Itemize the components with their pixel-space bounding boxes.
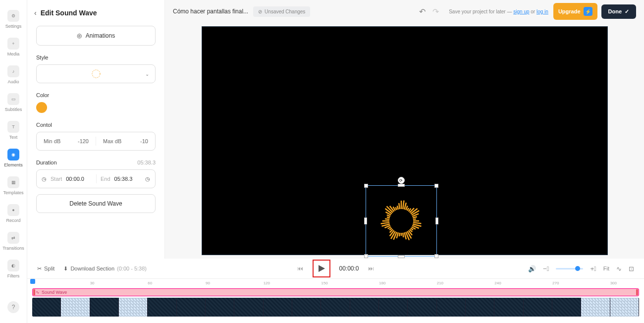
settings-icon[interactable]: ⊡ xyxy=(629,265,634,272)
nav-label: Templates xyxy=(3,190,23,195)
project-title[interactable]: Cómo hacer pantallas final... xyxy=(173,8,248,15)
nav-subtitles[interactable]: ▭Subtitles xyxy=(5,93,22,112)
svg-line-41 xyxy=(407,208,409,211)
track-grip-left[interactable] xyxy=(33,289,35,295)
resize-handle-tl[interactable] xyxy=(364,184,368,188)
edit-panel: ‹ Edit Sound Wave ◎ Animations Style ⌄ C… xyxy=(27,0,165,260)
undo-redo-group: ↶ ↷ xyxy=(419,7,439,16)
or-text: or xyxy=(530,9,537,14)
max-db-control[interactable]: Max dB -10 xyxy=(96,138,155,144)
nav-filters[interactable]: ◐Filters xyxy=(7,260,20,278)
end-value: 05:38.3 xyxy=(114,176,133,182)
save-prompt: Save your project for later — sign up or… xyxy=(449,9,548,14)
nav-record[interactable]: ●Record xyxy=(6,204,20,223)
resize-handle-mr[interactable] xyxy=(435,217,438,224)
video-track[interactable] xyxy=(32,298,639,317)
resize-handle-mb[interactable] xyxy=(398,255,405,258)
nav-sidebar: ⚙Settings +Media ♪Audio ▭Subtitles TText… xyxy=(0,0,27,323)
done-button[interactable]: Done ✓ xyxy=(601,4,637,19)
split-button[interactable]: ✂Split xyxy=(37,266,54,272)
divider xyxy=(96,174,97,183)
timeline: 306090120150180210240270300 ∿ Sound Wave xyxy=(27,278,644,323)
resize-handle-mt[interactable] xyxy=(398,184,405,187)
redo-icon[interactable]: ↷ xyxy=(432,7,439,16)
ruler-tick: 120 xyxy=(264,281,270,285)
nav-label: Audio xyxy=(7,79,19,84)
ruler-tick: 240 xyxy=(494,281,501,285)
nav-label: Settings xyxy=(5,24,22,29)
nav-templates[interactable]: ▦Templates xyxy=(3,176,23,195)
animations-label: Animations xyxy=(86,32,115,39)
waveform-icon[interactable]: ∿ xyxy=(616,265,622,272)
undo-icon[interactable]: ↶ xyxy=(419,7,426,16)
end-time-control[interactable]: End 05:38.3 xyxy=(101,176,142,182)
sound-wave-track[interactable]: ∿ Sound Wave xyxy=(32,288,639,296)
ruler-tick: 180 xyxy=(379,281,385,285)
animations-icon: ◎ xyxy=(77,32,82,39)
zoom-out-icon[interactable]: −⃝ xyxy=(543,265,549,272)
zoom-thumb[interactable] xyxy=(575,266,580,271)
skip-forward-icon[interactable]: ⏭ xyxy=(368,265,374,272)
nav-audio[interactable]: ♪Audio xyxy=(7,65,19,84)
time-row: ◷ Start 00:00.0 End 05:38.3 ◷ xyxy=(36,169,156,188)
resize-handle-ml[interactable] xyxy=(364,217,367,224)
save-prompt-text: Save your project for later — xyxy=(449,9,513,14)
rotate-handle[interactable]: ⟳ xyxy=(398,177,405,184)
clock-icon: ◷ xyxy=(145,176,150,182)
video-thumb xyxy=(494,298,523,317)
min-db-label: Min dB xyxy=(44,138,60,144)
back-icon[interactable]: ‹ xyxy=(34,9,37,17)
nav-label: Elements xyxy=(4,162,23,167)
cloud-off-icon: ⊘ xyxy=(258,9,262,14)
playback-controls: ⏮ 00:00:0 ⏭ xyxy=(297,260,374,277)
cc-icon: ▭ xyxy=(7,93,19,105)
track-grip-right[interactable] xyxy=(636,289,638,295)
playhead[interactable] xyxy=(32,279,33,288)
volume-icon[interactable]: 🔊 xyxy=(528,265,536,272)
nav-settings[interactable]: ⚙Settings xyxy=(5,10,22,29)
text-icon: T xyxy=(7,121,19,133)
nav-elements[interactable]: ◉Elements xyxy=(4,149,23,167)
animations-button[interactable]: ◎ Animations xyxy=(36,26,156,46)
login-link[interactable]: log in xyxy=(537,9,548,14)
min-db-control[interactable]: Min dB -120 xyxy=(37,138,96,144)
duration-value: 05:38.3 xyxy=(137,160,156,165)
svg-line-36 xyxy=(399,203,400,209)
play-icon xyxy=(317,265,325,272)
video-canvas[interactable]: ⟳ xyxy=(202,26,608,255)
nav-text[interactable]: TText xyxy=(7,121,19,140)
skip-back-icon[interactable]: ⏮ xyxy=(297,265,303,272)
svg-line-38 xyxy=(403,201,404,210)
zoom-in-icon[interactable]: +⃝ xyxy=(590,265,596,272)
resize-handle-bl[interactable] xyxy=(364,254,368,258)
canvas-area: ⟳ xyxy=(165,23,644,259)
upgrade-button[interactable]: Upgrade ⚡ xyxy=(553,3,597,20)
play-button[interactable] xyxy=(314,262,328,275)
nav-transitions[interactable]: ⇄Transitions xyxy=(2,232,24,251)
download-section-button[interactable]: ⬇Download Section(0:00 - 5:38) xyxy=(63,266,147,272)
sound-wave-element[interactable] xyxy=(376,196,426,246)
start-time-control[interactable]: Start 00:00.0 xyxy=(51,176,92,182)
help-button[interactable]: ? xyxy=(7,301,19,313)
zoom-slider[interactable] xyxy=(556,268,583,269)
fit-label[interactable]: Fit xyxy=(603,266,609,271)
timeline-ruler[interactable]: 306090120150180210240270300 xyxy=(27,278,644,288)
delete-sound-wave-button[interactable]: Delete Sound Wave xyxy=(36,194,156,213)
nav-media[interactable]: +Media xyxy=(7,38,20,56)
resize-handle-br[interactable] xyxy=(434,254,438,258)
filters-icon: ◐ xyxy=(7,260,19,271)
video-thumb xyxy=(119,298,148,317)
end-label: End xyxy=(101,176,110,182)
signup-link[interactable]: sign up xyxy=(513,9,529,14)
selection-box[interactable]: ⟳ xyxy=(366,185,437,257)
style-label: Style xyxy=(36,54,156,60)
style-select[interactable]: ⌄ xyxy=(36,64,156,83)
color-swatch[interactable] xyxy=(36,102,47,113)
svg-line-6 xyxy=(411,228,413,230)
video-thumb xyxy=(234,298,263,317)
video-thumb xyxy=(437,298,466,317)
plus-icon: + xyxy=(7,38,19,50)
gear-icon: ⚙ xyxy=(7,10,19,22)
resize-handle-tr[interactable] xyxy=(434,184,438,188)
svg-line-12 xyxy=(403,233,403,237)
